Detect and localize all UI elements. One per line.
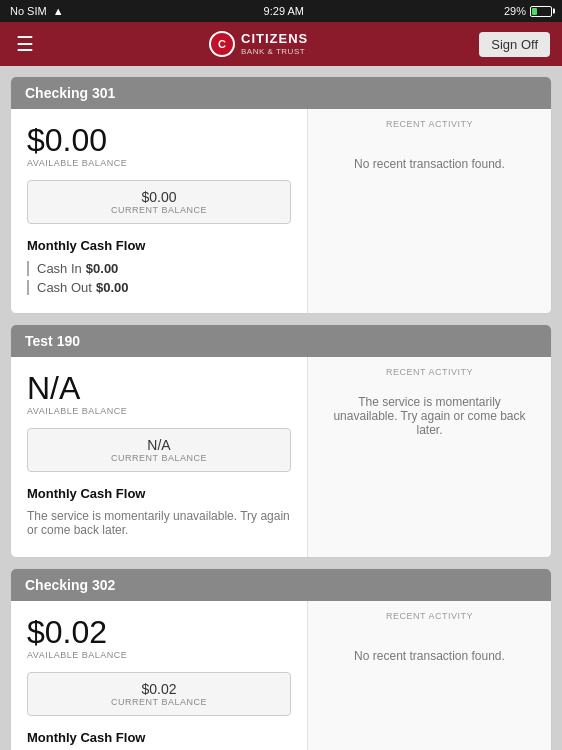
available-balance-label-1: AVAILABLE BALANCE: [27, 406, 291, 416]
account-card-checking-301: Checking 301 $0.00 AVAILABLE BALANCE $0.…: [10, 76, 552, 314]
app-header: ☰ C CITIZENS BANK & TRUST Sign Off: [0, 22, 562, 66]
cash-flow-title-1: Monthly Cash Flow: [27, 486, 291, 501]
available-balance-amount-0: $0.00: [27, 123, 291, 158]
account-header-test-190: Test 190: [11, 325, 551, 357]
status-bar-left: No SIM ▲: [10, 5, 64, 17]
account-header-checking-302: Checking 302: [11, 569, 551, 601]
current-balance-box-0: $0.00 CURRENT BALANCE: [27, 180, 291, 224]
no-recent-message-2: No recent transaction found.: [322, 629, 537, 683]
account-card-test-190: Test 190 N/A AVAILABLE BALANCE N/A CURRE…: [10, 324, 552, 558]
account-header-checking-301: Checking 301: [11, 77, 551, 109]
current-balance-box-2: $0.02 CURRENT BALANCE: [27, 672, 291, 716]
no-recent-message-0: No recent transaction found.: [322, 137, 537, 191]
logo-name: CITIZENS: [241, 32, 308, 46]
available-balance-amount-1: N/A: [27, 371, 291, 406]
status-bar: No SIM ▲ 9:29 AM 29%: [0, 0, 562, 22]
cash-out-value-0: $0.00: [96, 280, 129, 295]
account-card-checking-302: Checking 302 $0.02 AVAILABLE BALANCE $0.…: [10, 568, 552, 750]
account-body-test-190: N/A AVAILABLE BALANCE N/A CURRENT BALANC…: [11, 357, 551, 557]
cash-in-label-0: Cash In: [37, 261, 82, 276]
account-left-checking-302: $0.02 AVAILABLE BALANCE $0.02 CURRENT BA…: [11, 601, 308, 750]
current-balance-label-1: CURRENT BALANCE: [38, 453, 280, 463]
status-bar-right: 29%: [504, 5, 552, 17]
logo-subtext: BANK & TRUST: [241, 47, 308, 56]
account-left-checking-301: $0.00 AVAILABLE BALANCE $0.00 CURRENT BA…: [11, 109, 308, 313]
account-right-checking-302: RECENT ACTIVITY No recent transaction fo…: [308, 601, 551, 750]
menu-icon[interactable]: ☰: [12, 32, 38, 56]
recent-activity-label-0: RECENT ACTIVITY: [322, 119, 537, 129]
sign-off-button[interactable]: Sign Off: [479, 32, 550, 57]
carrier-label: No SIM: [10, 5, 47, 17]
cash-flow-title-2: Monthly Cash Flow: [27, 730, 291, 745]
recent-activity-label-2: RECENT ACTIVITY: [322, 611, 537, 621]
available-balance-label-2: AVAILABLE BALANCE: [27, 650, 291, 660]
current-balance-box-1: N/A CURRENT BALANCE: [27, 428, 291, 472]
cash-out-label-0: Cash Out: [37, 280, 92, 295]
cash-flow-title-0: Monthly Cash Flow: [27, 238, 291, 253]
wifi-icon: ▲: [53, 5, 64, 17]
account-right-checking-301: RECENT ACTIVITY No recent transaction fo…: [308, 109, 551, 313]
cash-out-item-0: Cash Out $0.00: [27, 280, 291, 295]
cash-in-value-0: $0.00: [86, 261, 119, 276]
current-balance-value-0: $0.00: [38, 189, 280, 205]
service-unavailable-left-1: The service is momentarily unavailable. …: [27, 509, 291, 537]
account-right-test-190: RECENT ACTIVITY The service is momentari…: [308, 357, 551, 557]
account-body-checking-302: $0.02 AVAILABLE BALANCE $0.02 CURRENT BA…: [11, 601, 551, 750]
account-left-test-190: N/A AVAILABLE BALANCE N/A CURRENT BALANC…: [11, 357, 308, 557]
logo-circle: C: [209, 31, 235, 57]
time-label: 9:29 AM: [264, 5, 304, 17]
available-balance-amount-2: $0.02: [27, 615, 291, 650]
current-balance-label-0: CURRENT BALANCE: [38, 205, 280, 215]
available-balance-label-0: AVAILABLE BALANCE: [27, 158, 291, 168]
battery-icon: [530, 6, 552, 17]
battery-percent: 29%: [504, 5, 526, 17]
header-logo: C CITIZENS BANK & TRUST: [209, 31, 308, 57]
account-body-checking-301: $0.00 AVAILABLE BALANCE $0.00 CURRENT BA…: [11, 109, 551, 313]
current-balance-label-2: CURRENT BALANCE: [38, 697, 280, 707]
current-balance-value-2: $0.02: [38, 681, 280, 697]
logo-text-block: CITIZENS BANK & TRUST: [241, 32, 308, 55]
page-content: Checking 301 $0.00 AVAILABLE BALANCE $0.…: [0, 66, 562, 750]
recent-activity-label-1: RECENT ACTIVITY: [322, 367, 537, 377]
cash-in-item-0: Cash In $0.00: [27, 261, 291, 276]
current-balance-value-1: N/A: [38, 437, 280, 453]
service-unavailable-message-1: The service is momentarily unavailable. …: [322, 385, 537, 447]
